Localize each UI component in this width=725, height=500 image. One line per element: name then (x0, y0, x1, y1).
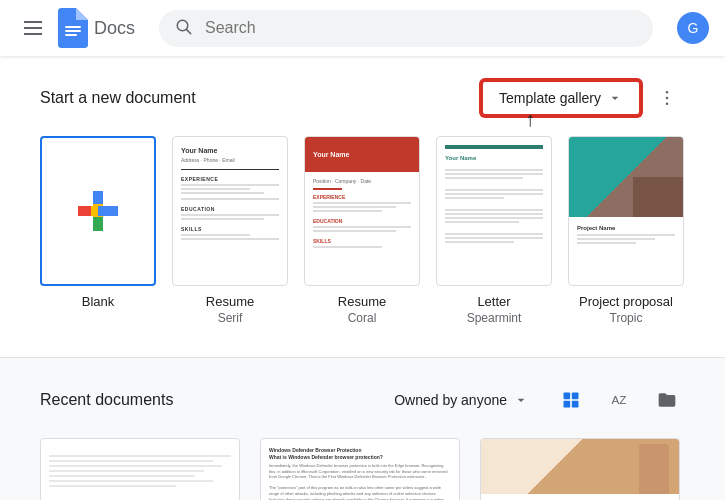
defender-doc-title: Windows Defender Browser ProtectionWhat … (269, 447, 451, 460)
sort-button[interactable]: AZ (601, 382, 637, 418)
template-card-resume-serif[interactable]: Your Name Address · Phone · Email EXPERI… (172, 136, 288, 325)
recent-card-defender[interactable]: Windows Defender Browser ProtectionWhat … (260, 438, 460, 500)
howto-body: How to clean blocked subtitles? From tim… (481, 494, 679, 500)
grid-view-icon (561, 390, 581, 410)
recent-card-howto[interactable]: How to clean blocked subtitles? From tim… (480, 438, 680, 500)
template-sublabel-resume-serif: Serif (218, 311, 243, 325)
docs-icon (58, 8, 88, 48)
recent-card-blank[interactable] (40, 438, 240, 500)
main-content: Start a new document Template gallery (0, 56, 725, 500)
svg-rect-9 (572, 393, 579, 400)
template-label-project: Project proposal (579, 294, 673, 309)
letter-lines (445, 169, 543, 243)
svg-point-5 (666, 91, 669, 94)
folder-view-button[interactable] (649, 382, 685, 418)
app-title: Docs (94, 18, 135, 39)
docs-logo-link[interactable]: Docs (58, 8, 135, 48)
template-label-resume-serif: Resume (206, 294, 254, 309)
resume-serif-thumb: Your Name Address · Phone · Email EXPERI… (172, 136, 288, 286)
project-sub-lines (577, 234, 675, 244)
svg-line-4 (187, 29, 191, 33)
svg-rect-8 (564, 393, 571, 400)
svg-rect-11 (572, 401, 579, 408)
template-label-letter: Letter (477, 294, 510, 309)
letter-spearmint-thumb: Your Name (436, 136, 552, 286)
template-sublabel-resume-coral: Coral (348, 311, 377, 325)
app-header: Docs G (0, 0, 725, 56)
defender-doc-text: Immediately, the Windows Defender browse… (269, 463, 451, 500)
google-plus-cross (78, 191, 118, 231)
recent-docs-title: Recent documents (40, 391, 173, 409)
svg-text:AZ: AZ (612, 393, 627, 406)
blank-doc-thumb (40, 438, 240, 500)
hamburger-menu-button[interactable] (16, 13, 50, 43)
blank-thumb (40, 136, 156, 286)
template-cards: Blank Your Name Address · Phone · Email … (40, 136, 685, 325)
howto-person-image (639, 444, 669, 494)
template-sublabel-letter: Spearmint (467, 311, 522, 325)
plus-icon (42, 138, 154, 284)
user-avatar[interactable]: G (677, 12, 709, 44)
sort-icon: AZ (609, 390, 629, 410)
more-options-button[interactable] (649, 80, 685, 116)
template-label-resume-coral: Resume (338, 294, 386, 309)
template-gallery-button[interactable]: Template gallery (481, 80, 641, 116)
owned-by-filter-button[interactable]: Owned by anyone (382, 386, 541, 414)
grid-view-button[interactable] (553, 382, 589, 418)
owned-by-chevron-icon (513, 392, 529, 408)
project-body: Project Name (569, 217, 683, 252)
new-document-section: Start a new document Template gallery (0, 56, 725, 358)
header-right: G (677, 12, 709, 44)
resume-serif-preview: Your Name Address · Phone · Email EXPERI… (173, 137, 287, 252)
section-header: Start a new document Template gallery (40, 80, 685, 116)
search-icon (175, 18, 193, 39)
more-vert-icon (657, 88, 677, 108)
project-tropic-thumb: Project Name (568, 136, 684, 286)
recent-controls: Owned by anyone AZ (382, 382, 685, 418)
template-gallery-area: Template gallery (481, 80, 685, 116)
header-left: Docs (16, 8, 135, 48)
project-colorblock (569, 137, 683, 217)
search-bar[interactable] (159, 10, 653, 47)
defender-doc-thumb: Windows Defender Browser ProtectionWhat … (260, 438, 460, 500)
template-card-project-tropic[interactable]: Project Name Project proposal Tropic (568, 136, 684, 325)
svg-point-6 (666, 97, 669, 100)
recent-header: Recent documents Owned by anyone (40, 382, 685, 418)
chevron-down-icon (607, 90, 623, 106)
template-card-blank[interactable]: Blank (40, 136, 156, 325)
svg-rect-2 (65, 34, 77, 36)
svg-rect-10 (564, 401, 571, 408)
coral-header: Your Name (305, 137, 419, 172)
project-overlay (633, 177, 683, 217)
svg-rect-0 (65, 26, 81, 28)
new-doc-title: Start a new document (40, 89, 196, 107)
svg-point-7 (666, 103, 669, 106)
howto-image (481, 439, 679, 494)
coral-body: Position · Company · Date EXPERIENCE EDU… (305, 172, 419, 256)
resume-coral-thumb: Your Name Position · Company · Date EXPE… (304, 136, 420, 286)
recent-cards: Windows Defender Browser ProtectionWhat … (40, 438, 685, 500)
template-sublabel-project: Tropic (610, 311, 643, 325)
howto-doc-thumb: How to clean blocked subtitles? From tim… (480, 438, 680, 500)
search-input[interactable] (205, 19, 637, 37)
folder-icon (657, 390, 677, 410)
template-card-letter-spearmint[interactable]: Your Name (436, 136, 552, 325)
template-label-blank: Blank (82, 294, 115, 309)
template-gallery-label: Template gallery (499, 90, 601, 106)
owned-by-label: Owned by anyone (394, 392, 507, 408)
recent-documents-section: Recent documents Owned by anyone (0, 358, 725, 500)
template-card-resume-coral[interactable]: Your Name Position · Company · Date EXPE… (304, 136, 420, 325)
svg-rect-1 (65, 30, 81, 32)
